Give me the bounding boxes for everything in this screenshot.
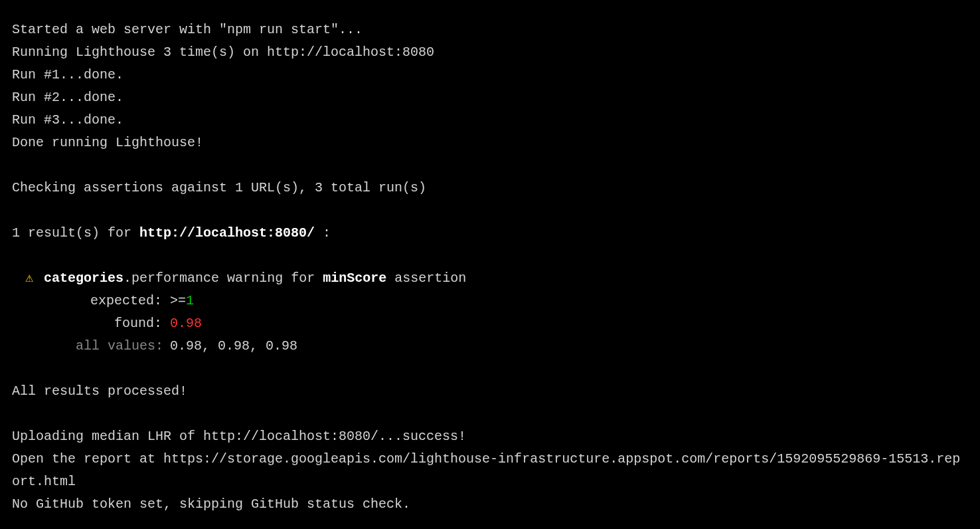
log-line-results: 1 result(s) for http://localhost:8080/ : (12, 222, 968, 245)
log-line-blank5 (12, 403, 968, 425)
log-line-run2: Run #2...done. (12, 86, 968, 109)
log-line-run3: Run #3...done. (12, 109, 968, 132)
expected-value: 1 (186, 293, 194, 308)
log-line-no-token: No GitHub token set, skipping GitHub sta… (12, 493, 968, 516)
results-suffix: : (315, 225, 331, 241)
log-line-blank2 (12, 199, 968, 222)
results-prefix: 1 result(s) for (12, 225, 139, 241)
log-line-blank3 (12, 245, 968, 267)
log-line-run1: Run #1...done. (12, 64, 968, 86)
assertion-line: ⚠ categories.performance warning for min… (12, 267, 968, 290)
assertion-metric: minScore (323, 267, 386, 290)
log-line-started: Started a web server with "npm run start… (12, 19, 968, 41)
found-label: found: (76, 312, 170, 335)
all-values: 0.98, 0.98, 0.98 (170, 338, 297, 354)
expected-operator: >= (170, 293, 186, 308)
log-line-running: Running Lighthouse 3 time(s) on http://l… (12, 41, 968, 64)
results-url: http://localhost:8080/ (139, 225, 315, 241)
log-line-blank1 (12, 154, 968, 177)
assertion-expected: expected: >=1 (12, 290, 968, 312)
expected-label: expected: (76, 290, 170, 312)
warning-icon: ⚠ (25, 267, 33, 290)
assertion-category: categories (44, 267, 123, 290)
log-line-open-report: Open the report at https://storage.googl… (12, 448, 968, 493)
log-line-done-running: Done running Lighthouse! (12, 132, 968, 154)
assertion-all-values: all values: 0.98, 0.98, 0.98 (12, 335, 968, 358)
all-values-label: all values: (76, 335, 170, 358)
log-line-all-processed: All results processed! (12, 380, 968, 403)
assertion-found: found: 0.98 (12, 312, 968, 335)
assertion-rest: .performance warning for (123, 267, 323, 290)
found-value: 0.98 (170, 316, 202, 331)
assertion-suffix: assertion (386, 267, 466, 290)
log-line-checking: Checking assertions against 1 URL(s), 3 … (12, 177, 968, 199)
log-line-blank4 (12, 358, 968, 380)
log-line-uploading: Uploading median LHR of http://localhost… (12, 425, 968, 448)
